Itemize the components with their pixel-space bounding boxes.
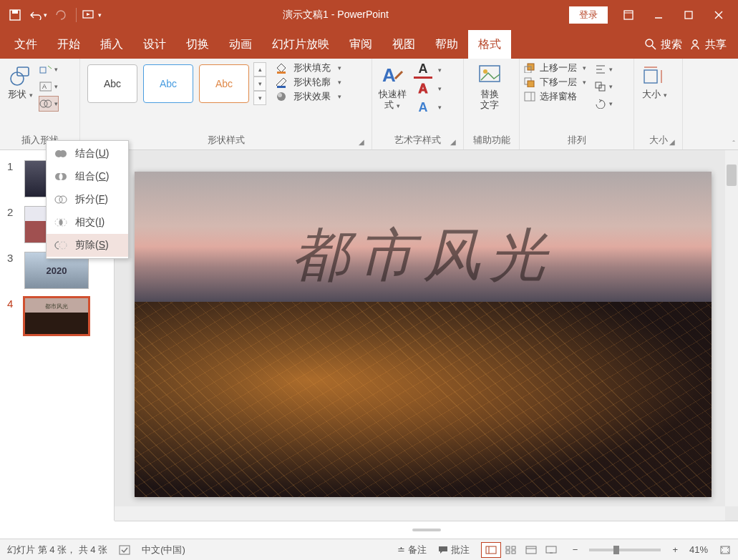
svg-point-44 — [59, 174, 63, 180]
svg-rect-60 — [546, 546, 556, 553]
shape-fill-button[interactable]: 形状填充▾ — [275, 62, 341, 74]
merge-shapes-menu: 结合(U) 组合(C) 拆分(F) 相交(I) 剪除(S) — [46, 140, 129, 259]
zoom-out-button[interactable]: − — [573, 544, 578, 555]
tab-review[interactable]: 审阅 — [339, 30, 382, 59]
slideshow-view-button[interactable] — [541, 542, 561, 558]
merge-shapes-button[interactable]: ▾ — [39, 96, 59, 112]
size-launcher[interactable]: ◢ — [669, 138, 679, 148]
quick-styles-label: 快速样式 — [379, 89, 407, 110]
alt-text-button[interactable]: 替换 文字 — [468, 62, 511, 110]
save-button[interactable] — [4, 4, 26, 26]
tab-format[interactable]: 格式 — [468, 30, 511, 59]
zoom-percent[interactable]: 41% — [689, 544, 708, 555]
notes-button[interactable]: ≐ 备注 — [397, 544, 427, 556]
bring-forward-label: 上移一层 — [540, 62, 577, 74]
tab-slideshow[interactable]: 幻灯片放映 — [262, 30, 339, 59]
tab-transition[interactable]: 切换 — [176, 30, 219, 59]
tab-design[interactable]: 设计 — [133, 30, 176, 59]
slide-counter[interactable]: 幻灯片 第 4 张， 共 4 张 — [7, 544, 107, 556]
merge-fragment[interactable]: 拆分(F) — [47, 188, 128, 211]
tab-file[interactable]: 文件 — [4, 30, 47, 59]
zoom-slider[interactable] — [589, 549, 661, 551]
svg-point-41 — [59, 150, 67, 157]
shape-style-1[interactable]: Abc — [87, 64, 137, 103]
shape-outline-button[interactable]: 形状轮廓▾ — [275, 76, 341, 89]
svg-rect-3 — [624, 11, 633, 19]
shapes-button[interactable]: 形状▾ — [4, 62, 36, 101]
text-box-button[interactable]: A▾ — [39, 79, 59, 94]
size-button[interactable]: 大小▾ — [639, 62, 670, 101]
search-button[interactable]: 搜索 — [645, 38, 682, 51]
search-label: 搜索 — [661, 38, 682, 51]
shape-effects-label: 形状效果 — [293, 90, 331, 103]
edit-shape-button[interactable]: ▾ — [39, 62, 59, 77]
language-button[interactable]: 中文(中国) — [142, 544, 185, 556]
spellcheck-button[interactable] — [119, 545, 130, 555]
tab-animation[interactable]: 动画 — [219, 30, 262, 59]
svg-point-45 — [55, 196, 62, 203]
slideshow-start-button[interactable]: ▾ — [81, 4, 102, 26]
text-outline-button[interactable]: A▾ — [414, 80, 442, 97]
horizontal-scrollbar[interactable] — [115, 506, 725, 521]
tab-view[interactable]: 视图 — [382, 30, 425, 59]
gallery-more-button[interactable]: ▾ — [253, 91, 266, 105]
view-buttons — [481, 542, 561, 558]
sorter-view-button[interactable] — [501, 542, 521, 558]
shape-style-3[interactable]: Abc — [199, 64, 249, 103]
reading-view-button[interactable] — [521, 542, 541, 558]
shape-style-2[interactable]: Abc — [143, 64, 193, 103]
merge-subtract-label: 剪除 — [75, 239, 95, 250]
ribbon-display-options-button[interactable] — [613, 4, 644, 26]
merge-union[interactable]: 结合(U) — [47, 142, 128, 165]
svg-rect-58 — [526, 546, 536, 554]
slide-edit-area[interactable]: 都市风光 — [115, 150, 738, 521]
svg-rect-20 — [277, 86, 286, 88]
group-objects-button[interactable]: ▾ — [593, 79, 613, 94]
gallery-up-button[interactable]: ▴ — [253, 62, 266, 77]
shape-effects-button[interactable]: 形状效果▾ — [275, 90, 341, 103]
tab-insert[interactable]: 插入 — [90, 30, 133, 59]
share-button[interactable]: 共享 — [689, 38, 727, 51]
comments-button[interactable]: 批注 — [438, 544, 470, 556]
wordart-launcher[interactable]: ◢ — [450, 138, 460, 148]
align-button[interactable]: ▾ — [593, 62, 613, 77]
merge-subtract[interactable]: 剪除(S) — [47, 234, 128, 257]
rotate-button[interactable]: ▾ — [593, 96, 613, 112]
collapse-ribbon-button[interactable]: ˆ — [732, 139, 735, 148]
shape-styles-launcher[interactable]: ◢ — [359, 138, 369, 148]
window-title: 演示文稿1 - PowerPoint — [102, 9, 569, 21]
text-fill-button[interactable]: A▾ — [414, 62, 442, 79]
merge-union-label: 结合 — [75, 147, 95, 159]
status-bar: 幻灯片 第 4 张， 共 4 张 中文(中国) ≐ 备注 批注 − + 41% — [0, 539, 738, 560]
svg-rect-6 — [685, 11, 692, 19]
tab-home[interactable]: 开始 — [47, 30, 90, 59]
shape-style-gallery[interactable]: Abc Abc Abc ▴ ▾ ▾ — [84, 62, 266, 106]
svg-rect-57 — [512, 551, 515, 554]
zoom-in-button[interactable]: + — [672, 544, 678, 555]
login-button[interactable]: 登录 — [569, 6, 608, 24]
merge-intersect[interactable]: 相交(I) — [47, 211, 128, 234]
selection-pane-button[interactable]: 选择窗格 — [524, 90, 586, 103]
fit-to-window-button[interactable] — [719, 545, 731, 555]
minimize-button[interactable] — [644, 4, 674, 26]
merge-combine[interactable]: 组合(C) — [47, 165, 128, 188]
maximize-button[interactable] — [674, 4, 704, 26]
redo-button[interactable] — [50, 4, 72, 26]
send-backward-button[interactable]: 下移一层▾ — [524, 76, 586, 89]
svg-point-11 — [693, 40, 697, 44]
notes-splitter[interactable] — [115, 521, 738, 539]
slide-title-text[interactable]: 都市风光 — [135, 217, 712, 295]
quick-styles-button[interactable]: A 快速样式▾ — [377, 62, 408, 112]
bring-forward-button[interactable]: 上移一层▾ — [524, 62, 586, 74]
close-button[interactable] — [704, 4, 734, 26]
vertical-scrollbar[interactable] — [725, 150, 738, 506]
tab-help[interactable]: 帮助 — [425, 30, 468, 59]
gallery-down-button[interactable]: ▾ — [253, 77, 266, 91]
svg-rect-29 — [528, 81, 534, 87]
normal-view-button[interactable] — [481, 542, 501, 558]
thumbnail-4[interactable]: 4都市风光 — [0, 293, 114, 339]
slide-canvas[interactable]: 都市风光 — [135, 172, 712, 497]
text-effects-button[interactable]: A▾ — [414, 99, 442, 116]
undo-button[interactable]: ▾ — [27, 4, 49, 26]
svg-point-17 — [40, 100, 47, 107]
